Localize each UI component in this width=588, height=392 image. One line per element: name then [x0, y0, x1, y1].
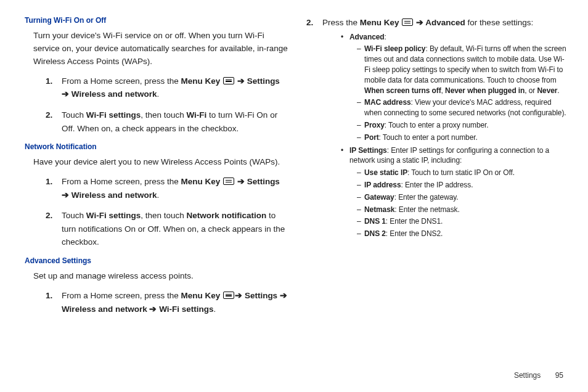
menu-key-icon [223, 77, 234, 84]
step-text: for these settings: [465, 18, 533, 27]
step-text: , then touch [141, 110, 186, 120]
network-notification-label: Network notification [186, 211, 266, 220]
label: Proxy [364, 121, 385, 129]
ip-sublist: Use static IP: Touch to turn static IP O… [357, 168, 570, 239]
step-number: 2. [46, 209, 52, 223]
wireless-network-label: Wireless and network [62, 304, 147, 314]
steps-advanced-right: 2. Press the Menu Key ➔ Advanced for the… [306, 16, 570, 239]
label: Use static IP [364, 168, 407, 177]
text: : Enter the gateway. [394, 193, 459, 202]
item-mac-address: MAC address: View your device's MAC addr… [357, 97, 570, 118]
text: : Enter the netmask. [394, 205, 459, 214]
wifi-settings-label: Wi-Fi settings [159, 304, 213, 314]
advanced-label: Advanced [349, 33, 385, 41]
step-text: Touch [62, 110, 86, 120]
wireless-network-label: Wireless and network [71, 89, 157, 99]
wireless-network-label: Wireless and network [71, 190, 157, 200]
period: . [214, 304, 216, 314]
label: Netmask [364, 205, 394, 214]
step-2: 2. Touch Wi-Fi settings, then touch Wi-F… [46, 108, 288, 135]
heading-network-notification: Network Notification [25, 142, 288, 151]
step-1: 1. From a Home screen, press the Menu Ke… [46, 289, 288, 316]
page-content: Turning Wi-Fi On or Off Turn your device… [0, 0, 588, 348]
heading-advanced-settings: Advanced Settings [25, 256, 288, 265]
menu-key-label: Menu Key [181, 291, 221, 300]
label: DNS 2 [364, 229, 386, 238]
page-number: 95 [555, 371, 563, 380]
step-text: From a Home screen, press the [62, 177, 181, 186]
settings-label: Settings [245, 291, 277, 300]
step-number: 1. [46, 289, 52, 303]
intro-wifi-onoff: Turn your device's Wi-Fi service on or o… [33, 30, 288, 68]
item-static-ip: Use static IP: Touch to turn static IP O… [357, 168, 570, 178]
step-text: Touch [62, 211, 86, 220]
advanced-bullets: Advanced: Wi-Fi sleep policy: By default… [341, 32, 570, 239]
heading-wifi-onoff: Turning Wi-Fi On or Off [25, 16, 288, 25]
step-number: 1. [46, 75, 52, 88]
text: : Enter the IP address. [401, 181, 473, 189]
menu-key-icon [402, 18, 413, 26]
arrow-icon: ➔ [147, 304, 160, 314]
item-sleep-policy: Wi-Fi sleep policy: By default, Wi-Fi tu… [357, 44, 570, 96]
arrow-icon: ➔ [277, 291, 287, 300]
step-2: 2. Press the Menu Key ➔ Advanced for the… [306, 16, 570, 239]
item-proxy: Proxy: Touch to enter a proxy number. [357, 120, 570, 131]
step-1: 1. From a Home screen, press the Menu Ke… [46, 75, 288, 101]
option: When screen turns off [364, 86, 441, 95]
label: IP Settings [349, 146, 387, 155]
colon: : [385, 33, 386, 41]
option: Never when plugged in [445, 86, 525, 95]
label: Wi-Fi sleep policy [364, 44, 425, 53]
arrow-icon: ➔ [235, 177, 247, 186]
menu-key-label: Menu Key [181, 177, 221, 186]
item-gateway: Gateway: Enter the gateway. [357, 192, 570, 203]
text: : Touch to enter a port number. [379, 133, 478, 142]
item-ip-address: IP address: Enter the IP address. [357, 180, 570, 190]
spacer [220, 76, 223, 86]
footer-section: Settings [514, 371, 541, 380]
arrow-icon: ➔ [235, 76, 247, 86]
item-dns2: DNS 2: Enter the DNS2. [357, 229, 570, 239]
wifi-label: Wi-Fi [186, 110, 206, 120]
wifi-settings-label: Wi-Fi settings [86, 110, 141, 120]
step-text: From a Home screen, press the [62, 76, 181, 86]
intro-network-notification: Have your device alert you to new Wirele… [33, 156, 288, 169]
sep: , or [525, 86, 537, 95]
option: Never [537, 86, 558, 95]
advanced-sublist: Wi-Fi sleep policy: By default, Wi-Fi tu… [357, 44, 570, 142]
step-number: 2. [306, 16, 313, 30]
right-column: 2. Press the Menu Key ➔ Advanced for the… [306, 12, 570, 323]
label: MAC address [364, 98, 411, 107]
step-text: Press the [322, 18, 360, 27]
steps-network-notification: 1. From a Home screen, press the Menu Ke… [46, 175, 288, 249]
step-2: 2. Touch Wi-Fi settings, then touch Netw… [46, 209, 288, 249]
item-netmask: Netmask: Enter the netmask. [357, 205, 570, 215]
step-text: From a Home screen, press the [62, 291, 181, 300]
step-text: , then touch [141, 211, 186, 220]
arrow-icon: ➔ [62, 89, 71, 99]
bullet-ip-settings: IP Settings: Enter IP settings for confi… [341, 145, 570, 239]
settings-label: Settings [247, 177, 280, 186]
menu-key-icon [223, 178, 234, 185]
period: . [557, 86, 559, 95]
text: : Touch to enter a proxy number. [385, 121, 489, 129]
page-footer: Settings 95 [514, 371, 563, 380]
arrow-icon: ➔ [62, 190, 71, 200]
menu-key-icon [223, 292, 234, 299]
arrow-icon: ➔ [414, 18, 425, 27]
text: : Enter the DNS1. [386, 217, 443, 226]
item-dns1: DNS 1: Enter the DNS1. [357, 216, 570, 227]
left-column: Turning Wi-Fi On or Off Turn your device… [25, 12, 288, 323]
bullet-advanced: Advanced: Wi-Fi sleep policy: By default… [341, 32, 570, 143]
menu-key-label: Menu Key [360, 18, 399, 27]
text: : Enter the DNS2. [386, 229, 443, 238]
item-port: Port: Touch to enter a port number. [357, 133, 570, 143]
label: DNS 1 [364, 217, 386, 226]
label: IP address [364, 181, 401, 189]
step-number: 2. [46, 108, 52, 122]
menu-key-label: Menu Key [181, 76, 221, 86]
text: : Touch to turn static IP On or Off. [407, 168, 515, 177]
period: . [157, 89, 159, 99]
label: Port [364, 133, 379, 142]
period: . [157, 190, 159, 200]
